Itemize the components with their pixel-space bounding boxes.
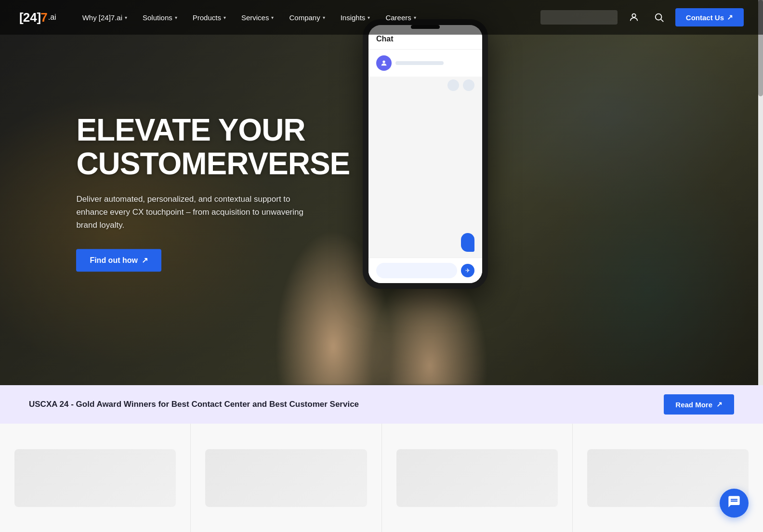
find-out-how-button[interactable]: Find out how ↗ xyxy=(76,249,161,272)
nav-item-company[interactable]: Company ▾ xyxy=(282,10,331,26)
chevron-down-icon: ▾ xyxy=(224,15,226,20)
scrollbar-track xyxy=(758,0,763,385)
phone-mockup: Chat xyxy=(363,19,488,356)
arrow-icon: ↗ xyxy=(727,13,733,22)
chat-bubble xyxy=(461,233,474,252)
chat-spacer xyxy=(368,94,482,227)
search-input[interactable] xyxy=(540,10,618,25)
chevron-down-icon: ▾ xyxy=(271,15,274,20)
card-item-2[interactable] xyxy=(191,424,382,532)
chevron-down-icon: ▾ xyxy=(368,15,370,20)
send-icon: ✈ xyxy=(465,267,470,274)
card-item-3[interactable] xyxy=(382,424,573,532)
card-item-1[interactable] xyxy=(0,424,191,532)
nav-right: Contact Us ↗ xyxy=(540,8,744,26)
chat-input-field[interactable] xyxy=(376,263,457,278)
phone-screen: Chat xyxy=(368,25,482,283)
logo-24: 24 xyxy=(23,10,37,25)
avatar xyxy=(376,55,392,71)
logo-ai: .ai xyxy=(48,13,56,22)
svg-point-0 xyxy=(632,14,635,17)
chat-widget-button[interactable] xyxy=(720,489,749,518)
hero-title: ELEVATE YOUR CUSTOMERVERSE xyxy=(76,113,350,181)
logo[interactable]: [ 24 ] 7 .ai xyxy=(19,10,56,25)
svg-point-3 xyxy=(382,61,385,63)
award-text: USCXA 24 - Gold Award Winners for Best C… xyxy=(29,400,359,409)
arrow-icon: ↗ xyxy=(716,400,723,409)
message-line xyxy=(395,61,444,65)
chevron-down-icon: ▾ xyxy=(414,15,416,20)
nav-item-solutions[interactable]: Solutions ▾ xyxy=(136,10,184,26)
chat-bubble-area xyxy=(368,227,482,258)
cards-strip xyxy=(0,424,763,532)
svg-point-1 xyxy=(655,14,661,20)
nav-item-insights[interactable]: Insights ▾ xyxy=(334,10,377,26)
nav-item-careers[interactable]: Careers ▾ xyxy=(379,10,422,26)
hero-subtitle: Deliver automated, personalized, and con… xyxy=(76,193,307,232)
hero-section: Chat xyxy=(0,0,763,385)
hero-content: ELEVATE YOUR CUSTOMERVERSE Deliver autom… xyxy=(76,113,350,272)
nav-item-why[interactable]: Why [24]7.ai ▾ xyxy=(76,10,134,26)
award-banner: USCXA 24 - Gold Award Winners for Best C… xyxy=(0,385,763,424)
contact-us-button[interactable]: Contact Us ↗ xyxy=(675,8,744,26)
chevron-down-icon: ▾ xyxy=(323,15,325,20)
logo-7: 7 xyxy=(40,10,47,25)
search-icon-button[interactable] xyxy=(650,9,668,26)
logo-bracket: [ xyxy=(19,10,23,25)
navbar: [ 24 ] 7 .ai Why [24]7.ai ▾ Solutions ▾ … xyxy=(0,0,763,35)
settings-icon xyxy=(447,79,459,91)
nav-item-products[interactable]: Products ▾ xyxy=(186,10,233,26)
chat-widget-icon xyxy=(727,495,741,511)
chevron-down-icon: ▾ xyxy=(125,15,127,20)
card-placeholder-1 xyxy=(14,449,176,507)
chat-input-bar: ✈ xyxy=(368,258,482,283)
phone-chat-message xyxy=(368,50,482,77)
card-placeholder-3 xyxy=(396,449,558,507)
phone-outer: Chat xyxy=(363,19,488,289)
svg-line-2 xyxy=(661,19,663,22)
arrow-icon: ↗ xyxy=(142,256,148,265)
chat-options xyxy=(368,77,482,94)
user-icon-button[interactable] xyxy=(625,9,643,26)
nav-item-services[interactable]: Services ▾ xyxy=(235,10,281,26)
chevron-down-icon: ▾ xyxy=(175,15,177,20)
send-button[interactable]: ✈ xyxy=(461,264,474,277)
logo-bracket-close: ] xyxy=(37,10,41,25)
more-icon xyxy=(463,79,474,91)
card-placeholder-2 xyxy=(205,449,367,507)
read-more-button[interactable]: Read More ↗ xyxy=(664,394,734,415)
nav-links: Why [24]7.ai ▾ Solutions ▾ Products ▾ Se… xyxy=(76,10,540,26)
